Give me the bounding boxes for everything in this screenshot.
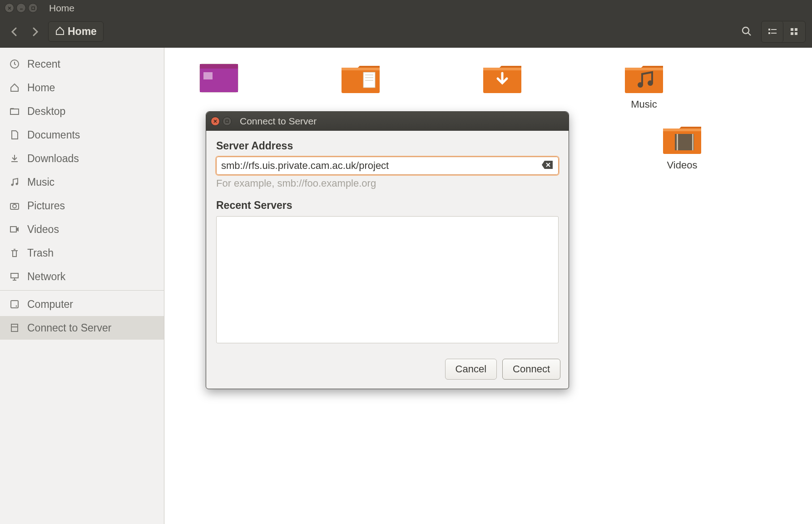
svg-rect-49 (226, 120, 228, 123)
svg-rect-12 (791, 32, 793, 35)
svg-rect-9 (771, 33, 777, 34)
svg-rect-15 (10, 109, 19, 114)
svg-point-17 (16, 183, 18, 185)
camera-icon (8, 199, 21, 212)
svg-rect-22 (11, 301, 18, 308)
svg-rect-10 (791, 28, 793, 31)
sidebar-item-music[interactable]: Music (0, 170, 164, 194)
view-mode-group (761, 21, 806, 43)
search-button[interactable] (736, 21, 758, 42)
file-item-music[interactable]: Music (617, 60, 671, 110)
svg-rect-13 (795, 32, 797, 35)
home-icon (8, 81, 21, 94)
cancel-button[interactable]: Cancel (445, 359, 497, 380)
network-icon (8, 270, 21, 283)
download-icon (8, 152, 21, 165)
svg-rect-32 (363, 72, 375, 88)
svg-rect-8 (768, 32, 770, 34)
file-item-unknown-3[interactable] (475, 60, 530, 110)
sidebar-label: Pictures (27, 200, 65, 212)
svg-rect-31 (342, 68, 380, 70)
minimize-window-button[interactable] (16, 3, 26, 13)
file-item-videos[interactable]: Videos (655, 121, 709, 171)
svg-rect-28 (200, 69, 238, 92)
file-label: Videos (667, 159, 698, 171)
sidebar-label: Music (27, 176, 54, 188)
svg-point-40 (638, 82, 643, 88)
svg-rect-39 (625, 68, 663, 70)
sidebar-label: Network (27, 271, 65, 283)
view-list-button[interactable] (762, 21, 783, 42)
toolbar: Home (0, 16, 812, 48)
sidebar-label: Documents (27, 129, 80, 141)
close-window-button[interactable] (5, 3, 14, 13)
server-address-input[interactable] (221, 160, 541, 172)
server-icon (8, 321, 21, 334)
sidebar-item-desktop[interactable]: Desktop (0, 99, 164, 123)
svg-rect-7 (771, 29, 777, 30)
svg-rect-46 (692, 134, 693, 150)
svg-rect-45 (677, 134, 678, 150)
svg-rect-24 (11, 324, 18, 331)
clear-input-button[interactable] (541, 160, 554, 172)
dialog-title: Connect to Server (240, 116, 317, 127)
sidebar-label: Home (27, 82, 55, 94)
window-titlebar: Home (0, 0, 812, 16)
sidebar-item-connect-server[interactable]: Connect to Server (0, 316, 164, 340)
sidebar-separator (0, 290, 164, 291)
view-grid-button[interactable] (783, 21, 805, 42)
sidebar-label: Videos (27, 223, 59, 236)
sidebar-item-pictures[interactable]: Pictures (0, 194, 164, 218)
svg-rect-21 (11, 273, 18, 278)
server-address-row (216, 157, 559, 175)
connect-server-dialog: Connect to Server Server Address For exa… (206, 111, 569, 389)
dialog-maximize-button[interactable] (223, 117, 232, 126)
svg-rect-38 (625, 68, 663, 93)
svg-point-41 (648, 80, 653, 86)
back-button[interactable] (6, 21, 23, 42)
location-home-button[interactable]: Home (48, 21, 104, 42)
sidebar-label: Trash (27, 247, 54, 259)
sidebar-label: Recent (27, 58, 60, 70)
server-address-label: Server Address (216, 140, 559, 152)
maximize-window-button[interactable] (28, 3, 38, 13)
trash-icon (8, 247, 21, 259)
sidebar-label: Desktop (27, 105, 65, 118)
svg-rect-11 (795, 28, 797, 31)
dialog-titlebar: Connect to Server (206, 112, 569, 131)
folder-icon (8, 105, 21, 118)
sidebar-item-recent[interactable]: Recent (0, 52, 164, 76)
sidebar-item-home[interactable]: Home (0, 76, 164, 99)
svg-point-4 (743, 27, 749, 34)
recent-servers-list[interactable] (216, 216, 559, 343)
document-icon (8, 129, 21, 141)
svg-rect-6 (768, 29, 770, 30)
dialog-close-button[interactable] (211, 117, 220, 126)
connect-button[interactable]: Connect (502, 359, 560, 380)
sidebar-label: Downloads (27, 153, 79, 165)
window-title: Home (49, 3, 74, 14)
svg-point-19 (13, 204, 16, 208)
svg-rect-20 (10, 227, 16, 232)
sidebar-item-downloads[interactable]: Downloads (0, 147, 164, 170)
sidebar-item-computer[interactable]: Computer (0, 292, 164, 316)
svg-point-23 (16, 306, 17, 307)
svg-rect-29 (203, 72, 213, 79)
file-item-unknown-1[interactable] (192, 60, 246, 110)
sidebar-label: Computer (27, 298, 73, 311)
sidebar-item-trash[interactable]: Trash (0, 241, 164, 265)
video-icon (8, 223, 21, 236)
sidebar-item-network[interactable]: Network (0, 265, 164, 288)
recent-servers-label: Recent Servers (216, 199, 559, 212)
sidebar-item-videos[interactable]: Videos (0, 218, 164, 241)
home-icon (55, 26, 65, 38)
sidebar: Recent Home Desktop Documents Downloads … (0, 48, 164, 524)
svg-line-5 (748, 33, 751, 35)
location-label: Home (68, 25, 97, 38)
file-label: Music (631, 99, 657, 110)
forward-button[interactable] (27, 21, 44, 42)
disk-icon (8, 298, 21, 311)
file-item-unknown-2[interactable] (333, 60, 388, 110)
server-address-hint: For example, smb://foo.example.org (216, 178, 559, 189)
sidebar-item-documents[interactable]: Documents (0, 123, 164, 147)
